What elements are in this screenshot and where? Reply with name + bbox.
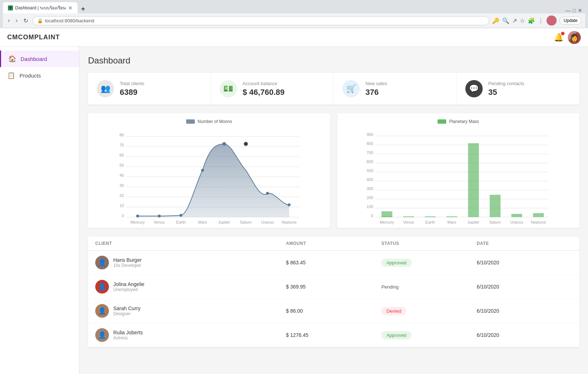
moon-point-uranus (266, 192, 269, 195)
tab-title: Dashboard | ระบบร้องเรียน (15, 4, 66, 11)
client-cell: 👤 Sarah Curry Designer (95, 304, 286, 318)
svg-text:Mercury: Mercury (131, 220, 145, 224)
client-avatar: 👤 (95, 328, 109, 342)
date-cell: 6/10/2020 (477, 284, 572, 290)
status-cell: Pending (381, 283, 477, 290)
menu-icon[interactable]: ⋮ (538, 17, 544, 24)
svg-text:Earth: Earth (425, 220, 435, 224)
table-row: 👤 Rulia Joberts Actress $ 1276.45 Approv… (88, 323, 579, 347)
bar-uranus (512, 214, 522, 217)
browser-tabs: ▼ Dashboard | ระบบร้องเรียน ✕ + — □ ✕ (3, 2, 585, 13)
window-close[interactable]: ✕ (578, 8, 582, 13)
date-cell: 6/10/2020 (477, 308, 572, 314)
svg-text:20: 20 (119, 193, 124, 198)
browser-chrome: ▼ Dashboard | ระบบร้องเรียน ✕ + — □ ✕ ‹ … (0, 0, 588, 28)
sidebar-dashboard-label: Dashboard (21, 56, 47, 62)
sales-value: 376 (365, 88, 387, 97)
notification-icon[interactable]: 🔔 (554, 33, 563, 42)
clients-label: Total clients (120, 81, 144, 86)
main-container: 🏠 Dashboard 📋 Products Dashboard 👥 Total… (0, 47, 588, 374)
svg-text:Jupiter: Jupiter (468, 220, 479, 224)
sidebar-item-products[interactable]: 📋 Products (0, 67, 79, 84)
client-avatar: 👤 (95, 280, 109, 294)
moon-point-mars (201, 169, 204, 172)
client-name: Jolina Angelie (113, 281, 144, 287)
new-tab-button[interactable]: + (78, 5, 88, 13)
bar-neptune (533, 213, 544, 217)
svg-text:Mercury: Mercury (380, 220, 394, 224)
svg-text:70: 70 (119, 143, 124, 147)
svg-text:Uranus: Uranus (261, 220, 274, 224)
client-name: Sarah Curry (113, 305, 140, 311)
date-cell: 6/10/2020 (477, 260, 572, 265)
balance-value: $ 46,760.89 (243, 88, 285, 97)
svg-text:Mars: Mars (198, 220, 207, 224)
svg-text:800: 800 (367, 141, 373, 146)
svg-text:700: 700 (367, 150, 373, 155)
status-cell: Approved (381, 331, 477, 339)
contacts-label: Pending contacts (488, 81, 525, 86)
svg-rect-46 (382, 216, 392, 217)
table-row: 👤 Sarah Curry Designer $ 86.00 Denied 6/… (88, 299, 579, 323)
browser-toolbar: ‹ › ↻ 🔒 localhost:8080/backend 🔑 🔍 ↗ ☆ 🧩… (3, 13, 585, 28)
amount-cell: $ 1276.45 (286, 332, 381, 338)
favicon: ▼ (8, 5, 13, 10)
mass-legend-box (438, 119, 446, 124)
client-info: Rulia Joberts Actress (113, 330, 143, 340)
window-minimize[interactable]: — (566, 8, 571, 13)
svg-text:80: 80 (119, 133, 124, 137)
svg-text:Saturn: Saturn (240, 220, 251, 224)
stat-sales-info: New sales 376 (365, 81, 387, 97)
update-button[interactable]: Update (560, 17, 582, 25)
moon-point-saturn (244, 142, 248, 146)
browser-user-avatar[interactable] (547, 16, 557, 26)
bookmark-icon[interactable]: ☆ (520, 17, 525, 24)
amount-cell: $ 863.45 (286, 260, 381, 265)
forward-button[interactable]: › (14, 17, 19, 25)
lock-icon: 🔒 (37, 18, 43, 23)
client-avatar: 👤 (95, 256, 109, 269)
svg-text:10: 10 (119, 203, 124, 208)
address-bar[interactable]: 🔒 localhost:8080/backend (32, 16, 490, 25)
search-icon[interactable]: 🔍 (502, 17, 509, 24)
svg-text:600: 600 (367, 159, 373, 164)
extension-icon[interactable]: 🧩 (528, 17, 535, 24)
svg-text:50: 50 (119, 163, 124, 167)
amount-cell: $ 86.00 (286, 308, 381, 314)
app-header: CMCOMPLAINT 🔔 👩 (0, 28, 588, 47)
moons-chart-svg: 0 10 20 30 40 50 60 70 80 (94, 127, 324, 221)
refresh-button[interactable]: ↻ (22, 17, 30, 25)
client-role: Actress (113, 335, 143, 340)
contacts-value: 35 (488, 88, 525, 97)
svg-text:30: 30 (119, 183, 124, 188)
password-icon[interactable]: 🔑 (492, 17, 499, 24)
moon-point-venus (158, 215, 161, 217)
user-avatar[interactable]: 👩 (568, 31, 581, 44)
amount-cell: $ 369.95 (286, 284, 381, 290)
window-maximize[interactable]: □ (573, 8, 576, 13)
toolbar-icons: 🔑 🔍 ↗ ☆ 🧩 ⋮ Update (492, 16, 582, 26)
svg-text:500: 500 (367, 168, 373, 173)
url-text: localhost:8080/backend (45, 18, 95, 23)
svg-text:Saturn: Saturn (489, 220, 501, 224)
moon-point-jupiter (223, 142, 226, 146)
table-row: 👤 Jolina Angelie Unemployed $ 369.95 Pen… (88, 275, 579, 299)
moons-legend: Number of Moons (94, 119, 324, 124)
back-button[interactable]: ‹ (6, 17, 11, 25)
stat-card-balance: 💵 Account balance $ 46,760.89 (211, 73, 334, 105)
client-info: Sarah Curry Designer (113, 305, 140, 316)
date-cell: 6/10/2020 (477, 332, 572, 338)
moon-point-mercury (136, 215, 139, 217)
active-tab[interactable]: ▼ Dashboard | ระบบร้องเรียน ✕ (3, 2, 78, 13)
share-icon[interactable]: ↗ (512, 17, 517, 24)
mass-legend-label: Planetary Mass (449, 119, 479, 124)
stat-contacts-info: Pending contacts 35 (488, 81, 525, 97)
svg-rect-48 (425, 216, 436, 217)
sidebar-item-dashboard[interactable]: 🏠 Dashboard (0, 50, 79, 67)
svg-text:Neptune: Neptune (531, 220, 546, 224)
table-header: CLIENT AMOUNT STATUS DATE (88, 237, 579, 251)
tab-close-button[interactable]: ✕ (68, 5, 73, 11)
stat-balance-info: Account balance $ 46,760.89 (243, 81, 285, 97)
svg-rect-49 (447, 216, 457, 217)
notification-dot (561, 32, 565, 35)
